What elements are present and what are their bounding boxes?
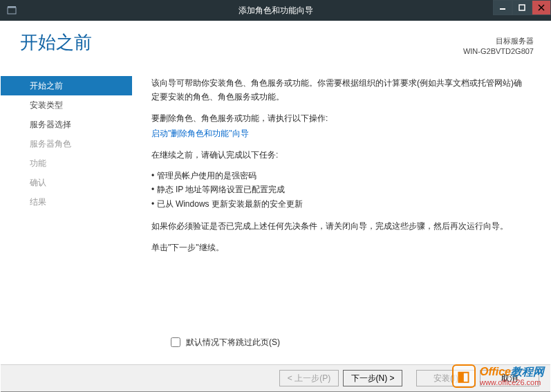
bullet-static-ip: 静态 IP 地址等网络设置已配置完成 — [151, 183, 530, 196]
target-value: WIN-G2BVTD2G807 — [463, 46, 534, 57]
nav-results: 结果 — [1, 192, 132, 212]
nav-server-selection[interactable]: 服务器选择 — [1, 115, 132, 134]
remove-roles-link[interactable]: 启动"删除角色和功能"向导 — [151, 129, 249, 138]
svg-rect-0 — [8, 8, 16, 14]
content-row: 开始之前 安装类型 服务器选择 服务器角色 功能 确认 结果 该向导可帮助你安装… — [1, 71, 550, 364]
titlebar: 添加角色和功能向导 — [0, 0, 551, 21]
wizard-sidebar: 开始之前 安装类型 服务器选择 服务器角色 功能 确认 结果 — [1, 71, 132, 364]
bullet-windows-update: 已从 Windows 更新安装最新的安全更新 — [151, 197, 530, 211]
intro-text: 该向导可帮助你安装角色、角色服务或功能。你需要根据组织的计算要求(例如共享文档或… — [151, 76, 530, 104]
nav-before-you-begin[interactable]: 开始之前 — [1, 76, 132, 95]
skip-label: 默认情况下将跳过此页(S) — [186, 335, 280, 349]
page-title: 开始之前 — [20, 30, 92, 66]
next-button[interactable]: 下一步(N) > — [343, 370, 402, 386]
nav-installation-type[interactable]: 安装类型 — [1, 95, 132, 115]
wizard-header: 开始之前 目标服务器 WIN-G2BVTD2G807 — [1, 21, 550, 71]
skip-row: 默认情况下将跳过此页(S) — [171, 335, 280, 349]
before-continue-label: 在继续之前，请确认完成以下任务: — [151, 148, 530, 162]
wizard-footer: < 上一步(P) 下一步(N) > 安装(I) 取消 — [1, 364, 550, 392]
window-title: 添加角色和功能向导 — [239, 5, 313, 17]
bullet-strong-password: 管理员帐户使用的是强密码 — [151, 169, 530, 183]
remove-label: 要删除角色、角色服务或功能，请执行以下操作: — [151, 111, 530, 125]
window-controls — [493, 0, 551, 15]
svg-rect-1 — [8, 6, 16, 8]
svg-rect-3 — [519, 5, 525, 10]
minimize-button[interactable] — [493, 0, 512, 15]
click-next-note: 单击"下一步"继续。 — [151, 241, 530, 254]
install-button: 安装(I) — [416, 370, 476, 386]
target-server-box: 目标服务器 WIN-G2BVTD2G807 — [463, 36, 534, 66]
nav-server-roles: 服务器角色 — [1, 134, 132, 153]
maximize-button[interactable] — [512, 0, 532, 15]
skip-checkbox[interactable] — [171, 337, 180, 347]
verify-note: 如果你必须验证是否已完成上述任何先决条件，请关闭向导，完成这些步骤，然后再次运行… — [151, 219, 530, 233]
nav-confirmation: 确认 — [1, 173, 132, 192]
nav-features: 功能 — [1, 153, 132, 173]
wizard-main: 该向导可帮助你安装角色、角色服务或功能。你需要根据组织的计算要求(例如共享文档或… — [132, 71, 550, 364]
app-icon — [6, 4, 18, 17]
cancel-button[interactable]: 取消 — [480, 370, 539, 386]
previous-button: < 上一步(P) — [279, 370, 339, 386]
target-label: 目标服务器 — [463, 36, 534, 46]
close-button[interactable] — [532, 0, 551, 15]
prerequisite-list: 管理员帐户使用的是强密码 静态 IP 地址等网络设置已配置完成 已从 Windo… — [151, 169, 530, 211]
